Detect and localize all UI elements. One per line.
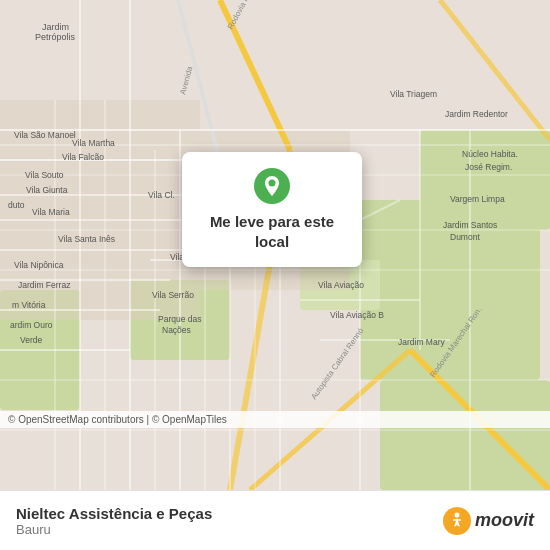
svg-text:Jardim: Jardim bbox=[42, 22, 69, 32]
moovit-logo: moovit bbox=[443, 507, 534, 535]
svg-point-80 bbox=[269, 180, 276, 187]
attribution-bar: © OpenStreetMap contributors | © OpenMap… bbox=[0, 411, 550, 428]
svg-text:Vila Santa Inês: Vila Santa Inês bbox=[58, 234, 115, 244]
svg-text:ardim Ouro: ardim Ouro bbox=[10, 320, 53, 330]
svg-text:Vila Souto: Vila Souto bbox=[25, 170, 64, 180]
svg-text:Vila Giunta: Vila Giunta bbox=[26, 185, 68, 195]
svg-text:Vila Serrão: Vila Serrão bbox=[152, 290, 194, 300]
svg-text:Jardim Santos: Jardim Santos bbox=[443, 220, 497, 230]
svg-text:Autopista Cabral Rennó: Autopista Cabral Rennó bbox=[309, 326, 365, 401]
moovit-logo-text: moovit bbox=[475, 510, 534, 531]
svg-text:Vila Maria: Vila Maria bbox=[32, 207, 70, 217]
svg-text:Vila Martha: Vila Martha bbox=[72, 138, 115, 148]
svg-text:Núcleo Habita.: Núcleo Habita. bbox=[462, 149, 518, 159]
bottom-bar: Nieltec Assistência e Peças Bauru moovit bbox=[0, 490, 550, 550]
svg-text:Jardim Ferraz: Jardim Ferraz bbox=[18, 280, 70, 290]
svg-text:Vila São Manoel: Vila São Manoel bbox=[14, 130, 76, 140]
svg-text:Vila Triagem: Vila Triagem bbox=[390, 89, 437, 99]
location-title: Nieltec Assistência e Peças bbox=[16, 505, 212, 522]
popup-text: Me leve para este local bbox=[202, 212, 342, 251]
svg-text:Vila Cl.: Vila Cl. bbox=[148, 190, 175, 200]
svg-text:Vargem Limpa: Vargem Limpa bbox=[450, 194, 505, 204]
svg-text:Vila Falcão: Vila Falcão bbox=[62, 152, 104, 162]
svg-text:José Regim.: José Regim. bbox=[465, 162, 512, 172]
svg-text:Jardim Redentor: Jardim Redentor bbox=[445, 109, 508, 119]
svg-text:Avenida: Avenida bbox=[178, 65, 194, 96]
svg-text:Vila Nipônica: Vila Nipônica bbox=[14, 260, 64, 270]
svg-line-11 bbox=[440, 0, 550, 140]
svg-text:Vila Aviação: Vila Aviação bbox=[318, 280, 364, 290]
svg-text:Verde: Verde bbox=[20, 335, 42, 345]
svg-text:Jardim Mary: Jardim Mary bbox=[398, 337, 446, 347]
map-container: Jardim Petrópolis Vila São Manoel Vila M… bbox=[0, 0, 550, 490]
location-subtitle: Bauru bbox=[16, 522, 212, 537]
moovit-logo-icon bbox=[443, 507, 471, 535]
svg-text:Dumont: Dumont bbox=[450, 232, 480, 242]
svg-text:Vila Aviação B: Vila Aviação B bbox=[330, 310, 384, 320]
svg-point-82 bbox=[454, 512, 459, 517]
svg-text:duto: duto bbox=[8, 200, 25, 210]
popup-pin-icon bbox=[254, 168, 290, 204]
map-popup[interactable]: Me leve para este local bbox=[182, 152, 362, 267]
location-info: Nieltec Assistência e Peças Bauru bbox=[16, 505, 212, 537]
svg-text:m Vitória: m Vitória bbox=[12, 300, 46, 310]
svg-text:Rodovia Marechal Ron.: Rodovia Marechal Ron. bbox=[226, 0, 273, 31]
svg-text:Petrópolis: Petrópolis bbox=[35, 32, 76, 42]
svg-rect-4 bbox=[380, 380, 550, 490]
svg-text:Parque das: Parque das bbox=[158, 314, 201, 324]
svg-text:Nações: Nações bbox=[162, 325, 191, 335]
